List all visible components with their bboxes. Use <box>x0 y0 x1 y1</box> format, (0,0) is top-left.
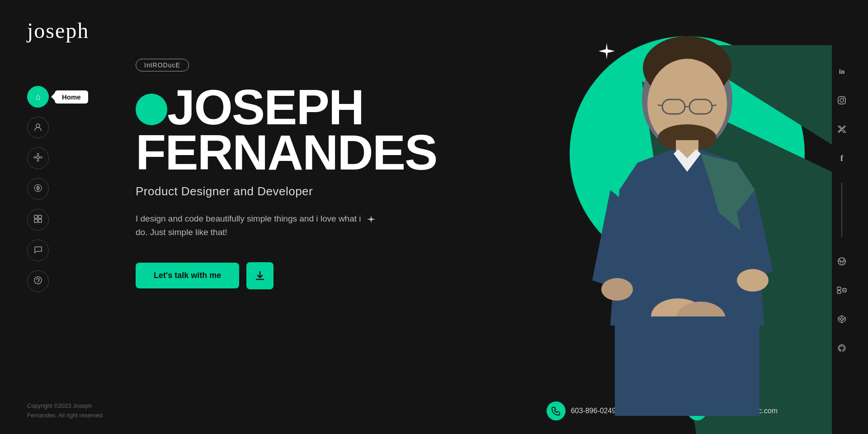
instagram-icon[interactable] <box>834 92 850 108</box>
main-content: IntRODucE JOSEPH FERNANDES Product Desig… <box>136 59 542 289</box>
svg-rect-19 <box>837 291 841 293</box>
cta-row: Let's talk with me <box>136 262 542 289</box>
behance-icon[interactable] <box>834 282 850 298</box>
svg-point-0 <box>36 124 40 127</box>
svg-rect-9 <box>34 215 38 218</box>
sidebar-item-home-label: Home <box>55 90 88 104</box>
linkedin-icon[interactable]: in <box>834 63 850 80</box>
hero-last-name: FERNANDES <box>136 127 542 177</box>
skills-icon <box>33 153 42 164</box>
introduce-badge: IntRODucE <box>136 59 189 71</box>
svg-point-5 <box>40 156 42 158</box>
sidebar-nav: ⌂ Home <box>27 86 49 292</box>
download-icon <box>255 270 265 281</box>
svg-rect-42 <box>615 316 760 416</box>
name-circle-accent <box>136 94 167 125</box>
sidebar-item-skills[interactable] <box>27 147 49 169</box>
svg-rect-10 <box>38 215 42 218</box>
svg-point-41 <box>737 269 769 292</box>
contact-icon <box>33 276 42 287</box>
social-divider <box>841 183 842 237</box>
svg-point-40 <box>601 278 633 301</box>
sidebar-item-work[interactable] <box>27 209 49 231</box>
svg-rect-11 <box>34 219 38 222</box>
sidebar-item-contact[interactable] <box>27 270 49 292</box>
hero-subtitle: Product Designer and Developer <box>136 184 542 198</box>
social-sidebar: in f <box>834 63 850 356</box>
dribbble-icon[interactable] <box>834 253 850 269</box>
copyright: Copyright ©2023 JosephFernandes. All rig… <box>27 401 104 420</box>
svg-point-4 <box>34 156 36 158</box>
description-text: I design and code beautifully simple thi… <box>136 212 363 240</box>
sidebar-item-portfolio[interactable] <box>27 178 49 200</box>
sparkle-icon <box>599 43 615 62</box>
about-icon <box>33 123 42 133</box>
sidebar-item-testimonial[interactable] <box>27 240 49 261</box>
twitter-icon[interactable] <box>834 121 850 137</box>
github-icon[interactable] <box>834 340 850 356</box>
logo: joseph <box>27 18 89 43</box>
copyright-text: Copyright ©2023 JosephFernandes. All rig… <box>27 402 104 419</box>
hero-person <box>547 9 827 416</box>
home-icon: ⌂ <box>36 92 41 102</box>
svg-point-16 <box>840 99 844 102</box>
sidebar-item-about[interactable] <box>27 117 49 138</box>
description-sparkle <box>367 213 375 227</box>
svg-point-3 <box>37 160 39 161</box>
svg-rect-15 <box>838 97 845 104</box>
svg-rect-18 <box>837 287 841 290</box>
svg-rect-12 <box>38 219 42 222</box>
svg-point-2 <box>37 153 39 155</box>
svg-point-14 <box>38 282 38 283</box>
portfolio-icon <box>33 184 42 195</box>
svg-point-1 <box>37 156 39 159</box>
work-icon <box>33 214 42 226</box>
facebook-icon[interactable]: f <box>834 150 850 166</box>
download-button[interactable] <box>246 262 274 289</box>
testimonial-icon <box>33 245 42 256</box>
hero-description: I design and code beautifully simple thi… <box>136 212 375 240</box>
svg-point-13 <box>34 277 42 284</box>
sidebar-item-home[interactable]: ⌂ Home <box>27 86 49 108</box>
codepen-icon[interactable] <box>834 311 850 327</box>
talk-button[interactable]: Let's talk with me <box>136 263 239 288</box>
svg-point-17 <box>844 98 844 99</box>
